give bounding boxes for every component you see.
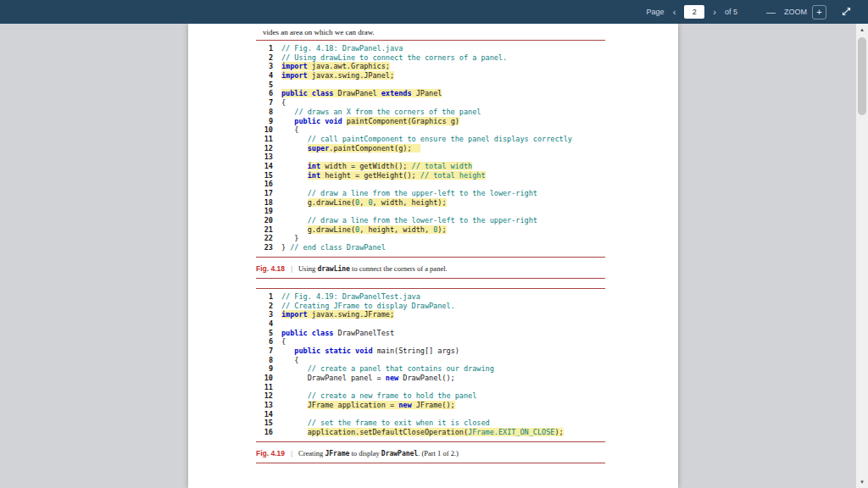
code-line: 15 // set the frame to exit when it is c…: [263, 419, 605, 428]
line-number: 3: [263, 62, 273, 71]
code-text: // Using drawLine to connect the corners…: [281, 53, 507, 63]
code-text: }: [281, 234, 298, 243]
line-number: 2: [263, 302, 273, 311]
line-number: 10: [263, 374, 273, 383]
code-line: 16 application.setDefaultCloseOperation(…: [263, 428, 605, 437]
caption-text: Using drawLine to connect the corners of…: [298, 264, 448, 273]
code-text: public class DrawPanel extends JPanel: [281, 89, 442, 98]
code-line: 4import javax.swing.JPanel;: [263, 71, 605, 80]
code-line: 6public class DrawPanel extends JPanel: [263, 89, 605, 98]
code-text: public void paintComponent(Graphics g): [281, 117, 459, 126]
line-number: 17: [263, 189, 273, 198]
viewer-content: vides an area on which we can draw. 1// …: [0, 24, 868, 488]
code-line: 18 g.drawLine(0, 0, width, height);: [263, 198, 605, 208]
scroll-thumb[interactable]: [858, 37, 866, 115]
code-text: application.setDefaultCloseOperation(JFr…: [281, 428, 564, 437]
code-line: 14 int width = getWidth(); // total widt…: [263, 162, 605, 171]
fullscreen-button[interactable]: [840, 4, 853, 20]
page-label: Page: [647, 8, 665, 16]
code-line: 21 g.drawLine(0, height, width, 0);: [263, 225, 605, 235]
line-number: 2: [263, 53, 273, 63]
next-page-button[interactable]: ›: [709, 6, 720, 19]
line-number: 11: [263, 383, 273, 392]
caption-separator: |: [291, 449, 292, 458]
scrollbar[interactable]: ▴ ▾: [856, 24, 868, 488]
code-text: import javax.swing.JPanel;: [281, 71, 394, 80]
code-text: {: [281, 356, 298, 365]
line-number: 14: [263, 410, 273, 419]
pdf-toolbar: Page ‹ › of 5 — ZOOM +: [0, 0, 868, 24]
code-line: 12 // create a new frame to hold the pan…: [263, 391, 605, 401]
line-number: 19: [263, 207, 273, 216]
figure-caption: Fig. 4.19 | Creating JFrame to display D…: [256, 442, 605, 463]
code-line: 11 // call paintComponent to ensure the …: [263, 135, 605, 144]
line-number: 8: [263, 356, 273, 365]
zoom-in-button[interactable]: +: [812, 5, 826, 19]
code-line: 16: [263, 180, 605, 189]
line-number: 14: [263, 162, 273, 171]
code-line: 13: [263, 152, 605, 162]
page-count-label: of 5: [725, 8, 737, 16]
code-text: // create a new frame to hold the panel: [281, 391, 476, 401]
code-text: public static void main(String[] args): [281, 347, 459, 356]
line-number: 1: [263, 292, 273, 302]
line-number: 11: [263, 135, 273, 144]
code-line: 7 public static void main(String[] args): [263, 347, 605, 356]
scroll-down-arrow[interactable]: ▾: [856, 476, 868, 488]
code-line: 5public class DrawPanelTest: [263, 329, 605, 338]
line-number: 13: [263, 401, 273, 410]
line-number: 21: [263, 225, 273, 235]
expand-icon: [842, 6, 851, 19]
code-line: 12 super.paintComponent(g);: [263, 144, 605, 153]
code-line: 8 {: [263, 356, 605, 365]
line-number: 5: [263, 329, 273, 338]
code-text: public class DrawPanelTest: [281, 329, 394, 338]
line-number: 15: [263, 419, 273, 428]
zoom-label: ZOOM: [784, 8, 807, 16]
plus-icon: +: [816, 7, 821, 17]
chevron-left-icon: ‹: [673, 7, 676, 17]
chevron-right-icon: ›: [713, 7, 716, 17]
code-text: // Fig. 4.18: DrawPanel.java: [281, 44, 403, 53]
code-block: 1// Fig. 4.19: DrawPanelTest.java2// Cre…: [256, 288, 605, 442]
code-text: {: [281, 98, 286, 108]
code-text: DrawPanel panel = new DrawPanel();: [281, 374, 455, 383]
page-number-input[interactable]: [684, 5, 704, 19]
code-line: 23} // end class DrawPanel: [263, 243, 605, 252]
code-listing-fig-4-19: 1// Fig. 4.19: DrawPanelTest.java2// Cre…: [256, 288, 678, 463]
line-number: 18: [263, 198, 273, 208]
code-line: 19: [263, 207, 605, 216]
code-text: // call paintComponent to ensure the pan…: [281, 135, 572, 144]
code-line: 14: [263, 410, 605, 419]
prev-page-button[interactable]: ‹: [670, 6, 680, 19]
scroll-up-arrow[interactable]: ▴: [856, 24, 868, 36]
code-text: // draw a line from the upper-left to th…: [281, 189, 537, 198]
code-line: 10 DrawPanel panel = new DrawPanel();: [263, 374, 605, 383]
code-line: 9 public void paintComponent(Graphics g): [263, 117, 605, 126]
body-text-fragment: vides an area on which we can draw.: [256, 28, 678, 37]
line-number: 3: [263, 310, 273, 319]
code-line: 1// Fig. 4.18: DrawPanel.java: [263, 44, 605, 53]
code-text: g.drawLine(0, 0, width, height);: [281, 198, 447, 208]
code-line: 2// Using drawLine to connect the corner…: [263, 53, 605, 63]
code-line: 4: [263, 319, 605, 329]
line-number: 1: [263, 44, 273, 53]
line-number: 22: [263, 234, 273, 243]
zoom-out-button[interactable]: —: [763, 6, 779, 19]
code-line: 7{: [263, 98, 605, 108]
code-line: 1// Fig. 4.19: DrawPanelTest.java: [263, 292, 605, 302]
code-line: 5: [263, 80, 605, 90]
fig-label: Fig. 4.19: [256, 449, 285, 458]
minus-icon: —: [766, 7, 776, 17]
line-number: 6: [263, 337, 273, 347]
line-number: 16: [263, 180, 273, 189]
code-listing-fig-4-18: 1// Fig. 4.18: DrawPanel.java2// Using d…: [256, 40, 678, 279]
line-number: 8: [263, 108, 273, 117]
line-number: 7: [263, 347, 273, 356]
code-line: 6{: [263, 337, 605, 347]
caption-text: Creating JFrame to display DrawPanel. (P…: [298, 449, 459, 458]
code-text: // Creating JFrame to display DrawPanel.: [281, 302, 455, 311]
code-text: {: [281, 125, 298, 135]
line-number: 5: [263, 80, 273, 90]
code-text: g.drawLine(0, height, width, 0);: [281, 225, 447, 235]
